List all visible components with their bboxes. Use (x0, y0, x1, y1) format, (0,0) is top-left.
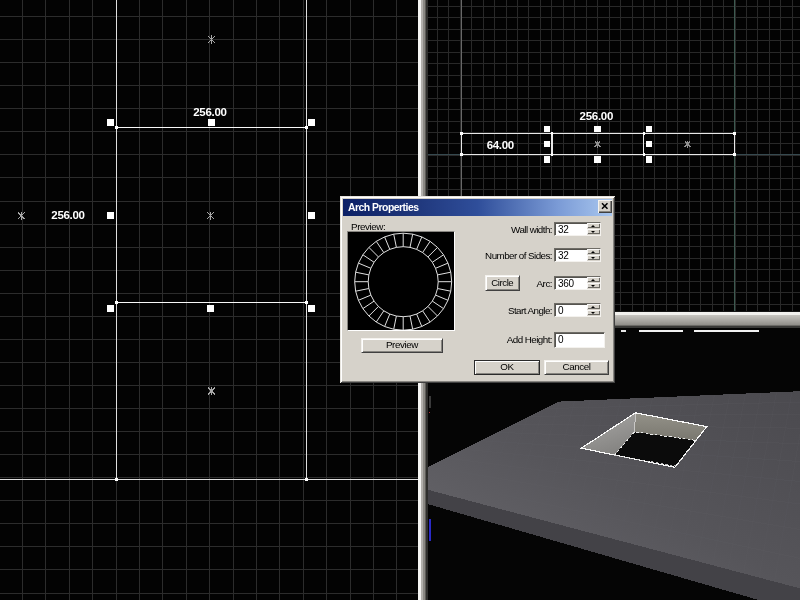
svg-text:256.00: 256.00 (193, 106, 226, 118)
svg-text:256.00: 256.00 (580, 110, 613, 122)
svg-text:64.00: 64.00 (487, 139, 514, 151)
svg-text:256.00: 256.00 (51, 209, 84, 221)
